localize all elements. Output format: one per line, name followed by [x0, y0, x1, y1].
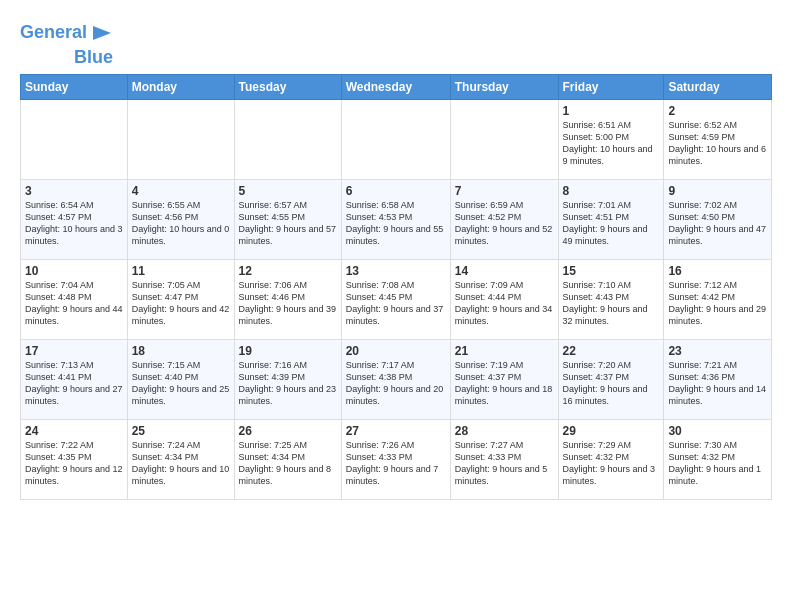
day-cell — [341, 99, 450, 179]
header: General Blue — [20, 18, 772, 68]
day-details: Sunrise: 7:24 AM Sunset: 4:34 PM Dayligh… — [132, 439, 230, 488]
day-number: 28 — [455, 424, 554, 438]
day-cell — [127, 99, 234, 179]
day-number: 20 — [346, 344, 446, 358]
day-number: 19 — [239, 344, 337, 358]
svg-marker-0 — [93, 26, 111, 40]
day-details: Sunrise: 7:20 AM Sunset: 4:37 PM Dayligh… — [563, 359, 660, 408]
day-details: Sunrise: 7:06 AM Sunset: 4:46 PM Dayligh… — [239, 279, 337, 328]
day-number: 24 — [25, 424, 123, 438]
day-cell: 10Sunrise: 7:04 AM Sunset: 4:48 PM Dayli… — [21, 259, 128, 339]
day-number: 26 — [239, 424, 337, 438]
day-number: 30 — [668, 424, 767, 438]
day-cell: 15Sunrise: 7:10 AM Sunset: 4:43 PM Dayli… — [558, 259, 664, 339]
day-cell: 18Sunrise: 7:15 AM Sunset: 4:40 PM Dayli… — [127, 339, 234, 419]
day-number: 25 — [132, 424, 230, 438]
calendar-table: SundayMondayTuesdayWednesdayThursdayFrid… — [20, 74, 772, 500]
day-details: Sunrise: 7:05 AM Sunset: 4:47 PM Dayligh… — [132, 279, 230, 328]
day-details: Sunrise: 6:54 AM Sunset: 4:57 PM Dayligh… — [25, 199, 123, 248]
day-number: 4 — [132, 184, 230, 198]
day-details: Sunrise: 7:09 AM Sunset: 4:44 PM Dayligh… — [455, 279, 554, 328]
day-cell — [234, 99, 341, 179]
day-details: Sunrise: 7:15 AM Sunset: 4:40 PM Dayligh… — [132, 359, 230, 408]
day-cell — [21, 99, 128, 179]
day-number: 9 — [668, 184, 767, 198]
day-details: Sunrise: 7:13 AM Sunset: 4:41 PM Dayligh… — [25, 359, 123, 408]
day-number: 7 — [455, 184, 554, 198]
day-number: 14 — [455, 264, 554, 278]
day-details: Sunrise: 7:22 AM Sunset: 4:35 PM Dayligh… — [25, 439, 123, 488]
day-cell: 22Sunrise: 7:20 AM Sunset: 4:37 PM Dayli… — [558, 339, 664, 419]
day-details: Sunrise: 7:25 AM Sunset: 4:34 PM Dayligh… — [239, 439, 337, 488]
day-number: 12 — [239, 264, 337, 278]
day-cell: 4Sunrise: 6:55 AM Sunset: 4:56 PM Daylig… — [127, 179, 234, 259]
day-details: Sunrise: 6:55 AM Sunset: 4:56 PM Dayligh… — [132, 199, 230, 248]
day-number: 23 — [668, 344, 767, 358]
day-number: 1 — [563, 104, 660, 118]
logo-text-general: General — [20, 23, 87, 43]
day-cell: 9Sunrise: 7:02 AM Sunset: 4:50 PM Daylig… — [664, 179, 772, 259]
day-cell: 8Sunrise: 7:01 AM Sunset: 4:51 PM Daylig… — [558, 179, 664, 259]
day-details: Sunrise: 6:57 AM Sunset: 4:55 PM Dayligh… — [239, 199, 337, 248]
col-header-thursday: Thursday — [450, 74, 558, 99]
day-details: Sunrise: 6:52 AM Sunset: 4:59 PM Dayligh… — [668, 119, 767, 168]
day-cell: 2Sunrise: 6:52 AM Sunset: 4:59 PM Daylig… — [664, 99, 772, 179]
day-number: 18 — [132, 344, 230, 358]
day-details: Sunrise: 7:01 AM Sunset: 4:51 PM Dayligh… — [563, 199, 660, 248]
col-header-tuesday: Tuesday — [234, 74, 341, 99]
day-number: 3 — [25, 184, 123, 198]
day-cell: 3Sunrise: 6:54 AM Sunset: 4:57 PM Daylig… — [21, 179, 128, 259]
day-details: Sunrise: 6:58 AM Sunset: 4:53 PM Dayligh… — [346, 199, 446, 248]
page: General Blue SundayMondayTuesdayWednesda… — [0, 0, 792, 510]
day-details: Sunrise: 7:17 AM Sunset: 4:38 PM Dayligh… — [346, 359, 446, 408]
day-cell: 25Sunrise: 7:24 AM Sunset: 4:34 PM Dayli… — [127, 419, 234, 499]
day-details: Sunrise: 6:59 AM Sunset: 4:52 PM Dayligh… — [455, 199, 554, 248]
day-number: 10 — [25, 264, 123, 278]
day-cell: 30Sunrise: 7:30 AM Sunset: 4:32 PM Dayli… — [664, 419, 772, 499]
day-number: 29 — [563, 424, 660, 438]
col-header-wednesday: Wednesday — [341, 74, 450, 99]
day-cell — [450, 99, 558, 179]
day-cell: 5Sunrise: 6:57 AM Sunset: 4:55 PM Daylig… — [234, 179, 341, 259]
day-details: Sunrise: 7:12 AM Sunset: 4:42 PM Dayligh… — [668, 279, 767, 328]
day-cell: 20Sunrise: 7:17 AM Sunset: 4:38 PM Dayli… — [341, 339, 450, 419]
day-cell: 14Sunrise: 7:09 AM Sunset: 4:44 PM Dayli… — [450, 259, 558, 339]
day-cell: 16Sunrise: 7:12 AM Sunset: 4:42 PM Dayli… — [664, 259, 772, 339]
logo: General Blue — [20, 18, 113, 68]
day-details: Sunrise: 7:30 AM Sunset: 4:32 PM Dayligh… — [668, 439, 767, 488]
col-header-friday: Friday — [558, 74, 664, 99]
week-row-5: 24Sunrise: 7:22 AM Sunset: 4:35 PM Dayli… — [21, 419, 772, 499]
day-number: 15 — [563, 264, 660, 278]
day-number: 17 — [25, 344, 123, 358]
day-cell: 13Sunrise: 7:08 AM Sunset: 4:45 PM Dayli… — [341, 259, 450, 339]
week-row-2: 3Sunrise: 6:54 AM Sunset: 4:57 PM Daylig… — [21, 179, 772, 259]
week-row-1: 1Sunrise: 6:51 AM Sunset: 5:00 PM Daylig… — [21, 99, 772, 179]
day-details: Sunrise: 7:02 AM Sunset: 4:50 PM Dayligh… — [668, 199, 767, 248]
day-cell: 6Sunrise: 6:58 AM Sunset: 4:53 PM Daylig… — [341, 179, 450, 259]
day-number: 11 — [132, 264, 230, 278]
col-header-saturday: Saturday — [664, 74, 772, 99]
day-number: 5 — [239, 184, 337, 198]
header-row: SundayMondayTuesdayWednesdayThursdayFrid… — [21, 74, 772, 99]
day-number: 8 — [563, 184, 660, 198]
col-header-sunday: Sunday — [21, 74, 128, 99]
day-cell: 29Sunrise: 7:29 AM Sunset: 4:32 PM Dayli… — [558, 419, 664, 499]
day-cell: 26Sunrise: 7:25 AM Sunset: 4:34 PM Dayli… — [234, 419, 341, 499]
day-cell: 21Sunrise: 7:19 AM Sunset: 4:37 PM Dayli… — [450, 339, 558, 419]
week-row-3: 10Sunrise: 7:04 AM Sunset: 4:48 PM Dayli… — [21, 259, 772, 339]
day-cell: 12Sunrise: 7:06 AM Sunset: 4:46 PM Dayli… — [234, 259, 341, 339]
day-cell: 17Sunrise: 7:13 AM Sunset: 4:41 PM Dayli… — [21, 339, 128, 419]
day-cell: 19Sunrise: 7:16 AM Sunset: 4:39 PM Dayli… — [234, 339, 341, 419]
col-header-monday: Monday — [127, 74, 234, 99]
day-number: 22 — [563, 344, 660, 358]
day-details: Sunrise: 7:19 AM Sunset: 4:37 PM Dayligh… — [455, 359, 554, 408]
day-number: 16 — [668, 264, 767, 278]
day-details: Sunrise: 7:08 AM Sunset: 4:45 PM Dayligh… — [346, 279, 446, 328]
logo-text-blue: Blue — [74, 48, 113, 68]
day-details: Sunrise: 7:26 AM Sunset: 4:33 PM Dayligh… — [346, 439, 446, 488]
day-cell: 28Sunrise: 7:27 AM Sunset: 4:33 PM Dayli… — [450, 419, 558, 499]
logo-arrow-icon — [91, 22, 113, 44]
day-cell: 24Sunrise: 7:22 AM Sunset: 4:35 PM Dayli… — [21, 419, 128, 499]
day-cell: 23Sunrise: 7:21 AM Sunset: 4:36 PM Dayli… — [664, 339, 772, 419]
day-number: 2 — [668, 104, 767, 118]
